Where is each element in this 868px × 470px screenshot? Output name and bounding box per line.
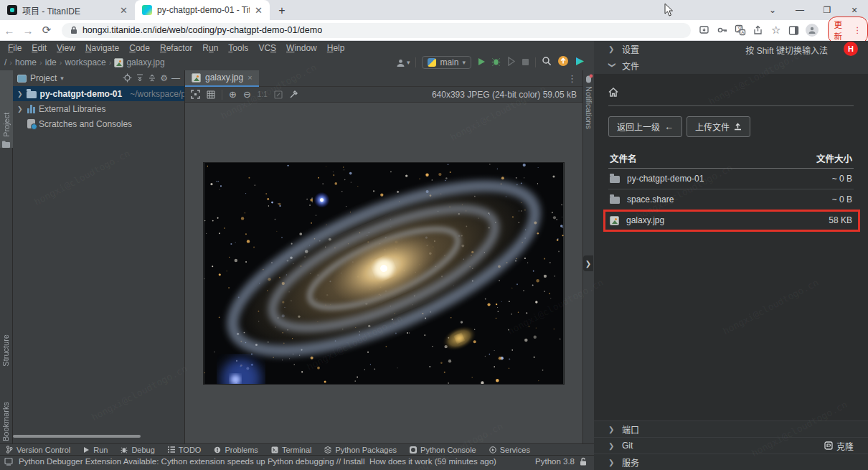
color-picker-icon[interactable] xyxy=(289,90,298,99)
zoom-in-icon[interactable]: ⊕ xyxy=(229,90,237,99)
write-access-unlock-icon[interactable] xyxy=(580,457,587,466)
breadcrumb-item[interactable]: ide xyxy=(45,57,57,67)
password-key-icon[interactable] xyxy=(716,24,729,37)
notifications-bell-icon[interactable] xyxy=(584,73,593,86)
user-avatar[interactable]: H xyxy=(844,42,858,56)
browser-tab-1[interactable]: 项目 - TitanIDE ✕ xyxy=(0,0,135,20)
tool-window-debug[interactable]: Debug xyxy=(121,446,154,454)
chevron-down-icon[interactable]: ▾ xyxy=(60,75,64,82)
status-message[interactable]: Python Debugger Extension Available: Cyt… xyxy=(19,457,496,466)
run-button[interactable] xyxy=(477,56,486,69)
run-config-select[interactable]: main ▾ xyxy=(422,56,471,69)
menu-item-vcs[interactable]: VCS xyxy=(253,43,281,53)
tool-window-terminal[interactable]: Terminal xyxy=(271,446,312,454)
menu-item-file[interactable]: File xyxy=(3,43,27,53)
section-端口[interactable]: ❯端口 xyxy=(594,420,868,437)
tool-window-todo[interactable]: TODO xyxy=(168,446,202,454)
section-files[interactable]: ❯ 文件 xyxy=(594,57,868,74)
ide-logo-icon[interactable] xyxy=(575,56,585,70)
tool-window-python-packages[interactable]: Python Packages xyxy=(324,446,397,454)
panel-expand-chevron[interactable]: ❯ xyxy=(583,255,593,271)
file-row-galaxy.jpg[interactable]: galaxy.jpg58 KB xyxy=(608,210,854,231)
breadcrumb-item[interactable]: / xyxy=(4,57,6,67)
ide-update-icon[interactable] xyxy=(557,55,569,70)
menu-item-code[interactable]: Code xyxy=(124,43,155,53)
forward-icon[interactable]: → xyxy=(19,24,37,37)
tab-close-icon[interactable]: ✕ xyxy=(255,5,263,16)
tool-window-python-console[interactable]: Python Console xyxy=(410,446,476,454)
breadcrumb-item[interactable]: workspace xyxy=(65,57,105,67)
horizontal-scrollbar[interactable] xyxy=(13,435,141,438)
reload-icon[interactable]: ⟳ xyxy=(37,24,56,37)
chevron-right-icon[interactable]: ❯ xyxy=(17,90,23,98)
zoom-out-icon[interactable]: ⊖ xyxy=(243,90,251,99)
tree-node-external-libraries[interactable]: ❯External Libraries xyxy=(13,101,184,116)
tool-window-label: Terminal xyxy=(282,446,312,454)
grid-toggle-icon[interactable] xyxy=(207,90,215,99)
editor-tab-galaxy[interactable]: galaxy.jpg × xyxy=(185,70,259,87)
file-row-space.share[interactable]: space.share~ 0 B xyxy=(608,189,854,210)
section-服务[interactable]: ❯服务 xyxy=(594,453,868,470)
hide-panel-icon[interactable]: — xyxy=(171,74,180,83)
chevron-right-icon[interactable]: ❯ xyxy=(17,105,24,113)
locate-file-icon[interactable] xyxy=(123,73,132,84)
translate-icon[interactable]: 文A xyxy=(734,24,747,37)
arrow-left-icon: ← xyxy=(664,121,674,132)
new-tab-button[interactable]: + xyxy=(273,1,291,20)
debug-button[interactable] xyxy=(491,56,501,69)
back-parent-button[interactable]: 返回上一级 ← xyxy=(608,116,682,137)
menu-item-window[interactable]: Window xyxy=(281,43,322,53)
chrome-update-button[interactable]: 更新 ⋮ xyxy=(828,17,868,44)
menu-item-refactor[interactable]: Refactor xyxy=(155,43,197,53)
bookmark-star-icon[interactable]: ☆ xyxy=(770,24,783,37)
file-name: py-chatgpt-demo-01 xyxy=(627,174,704,184)
install-app-icon[interactable] xyxy=(698,24,711,37)
back-icon[interactable]: ← xyxy=(0,24,19,37)
stripe-tab-structure[interactable]: Structure xyxy=(1,334,10,367)
tab-close-icon[interactable]: ✕ xyxy=(120,5,128,16)
tool-window-version-control[interactable]: Version Control xyxy=(6,446,70,454)
tool-window-services[interactable]: Services xyxy=(489,446,530,454)
section-Git[interactable]: ❯Git克隆 xyxy=(594,437,868,453)
menu-item-tools[interactable]: Tools xyxy=(223,43,253,53)
python-interpreter-label[interactable]: Python 3.8 xyxy=(535,457,575,466)
collapse-all-icon[interactable] xyxy=(148,73,156,83)
tool-window-bar: Version ControlRunDebugTODOProblemsTermi… xyxy=(0,443,594,455)
expand-all-icon[interactable] xyxy=(136,73,144,83)
menu-item-navigate[interactable]: Navigate xyxy=(80,43,124,53)
settings-gear-icon[interactable]: ⚙ xyxy=(160,74,168,83)
profile-icon[interactable]: ▾ xyxy=(396,58,410,67)
browser-profile-avatar[interactable] xyxy=(806,24,819,37)
menu-item-view[interactable]: View xyxy=(52,43,80,53)
side-panel-icon[interactable] xyxy=(788,24,801,37)
browser-tab-2[interactable]: py-chatgpt-demo-01 - TitanID ✕ xyxy=(135,0,270,20)
fit-zoom-icon[interactable] xyxy=(191,90,200,99)
project-panel-title[interactable]: Project xyxy=(30,73,57,83)
menu-item-help[interactable]: Help xyxy=(322,43,350,53)
file-row-py-chatgpt-demo-01[interactable]: py-chatgpt-demo-01~ 0 B xyxy=(608,169,854,189)
tree-node-scratches-and-consoles[interactable]: Scratches and Consoles xyxy=(13,116,184,131)
stripe-tab-project[interactable]: Project xyxy=(0,70,13,148)
ide-navigation-bar: /›home›ide›workspace›galaxy.jpg ▾ main ▾ xyxy=(0,55,594,70)
tab-close-icon[interactable]: × xyxy=(247,73,252,82)
search-everywhere-icon[interactable] xyxy=(542,56,552,69)
panel-bottom-sections: ❯端口❯Git克隆❯服务 xyxy=(594,420,868,470)
editor-options-icon[interactable]: ⋮ xyxy=(562,73,582,84)
tree-node-py-chatgpt-demo-01[interactable]: ❯py-chatgpt-demo-01~/workspace/py-cl xyxy=(13,86,184,101)
stripe-tab-bookmarks[interactable]: Bookmarks xyxy=(1,402,10,441)
home-icon[interactable] xyxy=(608,88,618,97)
clone-button[interactable]: 克隆 xyxy=(824,440,854,452)
breadcrumb-item[interactable]: home xyxy=(15,57,37,67)
menu-item-edit[interactable]: Edit xyxy=(27,43,52,53)
menu-item-run[interactable]: Run xyxy=(197,43,223,53)
tool-window-problems[interactable]: Problems xyxy=(214,446,258,454)
upload-file-button[interactable]: 上传文件 xyxy=(687,116,750,137)
browser-menu-icon[interactable]: ⋮ xyxy=(854,25,862,35)
address-bar[interactable]: hongxi.titanide.cn/ide/web/coding/py-cha… xyxy=(62,23,691,38)
share-icon[interactable] xyxy=(752,24,765,37)
stripe-tab-notifications[interactable]: Notifications xyxy=(585,86,593,129)
clone-label: 克隆 xyxy=(836,440,854,452)
tool-window-run[interactable]: Run xyxy=(83,446,108,454)
breadcrumb-item[interactable]: galaxy.jpg xyxy=(126,57,164,67)
event-log-icon[interactable] xyxy=(4,457,13,466)
